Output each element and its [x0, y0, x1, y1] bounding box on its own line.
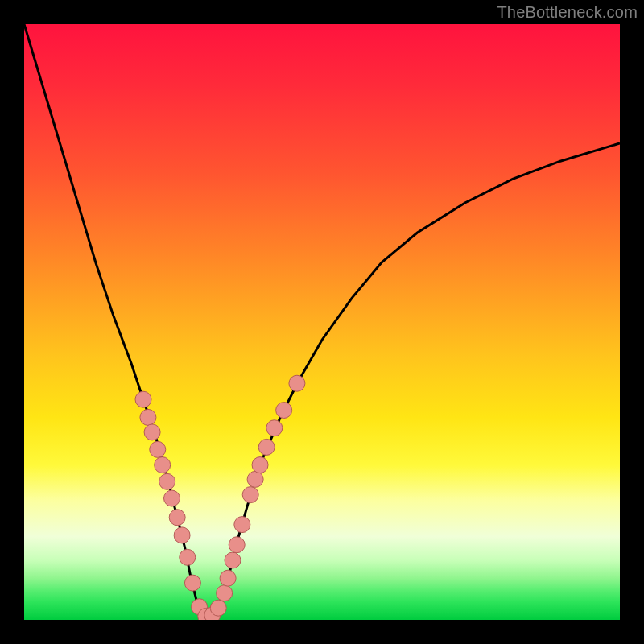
- data-dot: [220, 570, 236, 586]
- data-dot: [159, 473, 175, 489]
- data-dot: [144, 424, 160, 440]
- data-dot: [229, 537, 245, 553]
- data-dot: [155, 457, 171, 473]
- chart-frame: TheBottleneck.com: [0, 0, 644, 644]
- data-dot: [234, 517, 250, 533]
- data-dot: [247, 471, 263, 487]
- watermark-text: TheBottleneck.com: [497, 3, 638, 22]
- data-dot: [169, 510, 185, 526]
- data-dots: [135, 375, 305, 620]
- data-dot: [164, 490, 180, 506]
- data-dot: [184, 575, 200, 591]
- data-dot: [174, 527, 190, 543]
- data-dot: [140, 409, 156, 425]
- data-dot: [135, 391, 151, 407]
- data-dot: [266, 420, 283, 436]
- data-dot: [258, 439, 275, 455]
- chart-svg: [24, 24, 620, 620]
- data-dot: [180, 549, 196, 565]
- plot-area: [24, 24, 620, 620]
- data-dot: [242, 487, 258, 503]
- data-dot: [210, 600, 226, 616]
- data-dot: [225, 552, 241, 568]
- data-dot: [217, 585, 233, 601]
- data-dot: [289, 375, 305, 391]
- data-dot: [252, 457, 268, 473]
- data-dot: [150, 441, 166, 457]
- bottleneck-curve: [24, 24, 620, 617]
- data-dot: [276, 402, 292, 419]
